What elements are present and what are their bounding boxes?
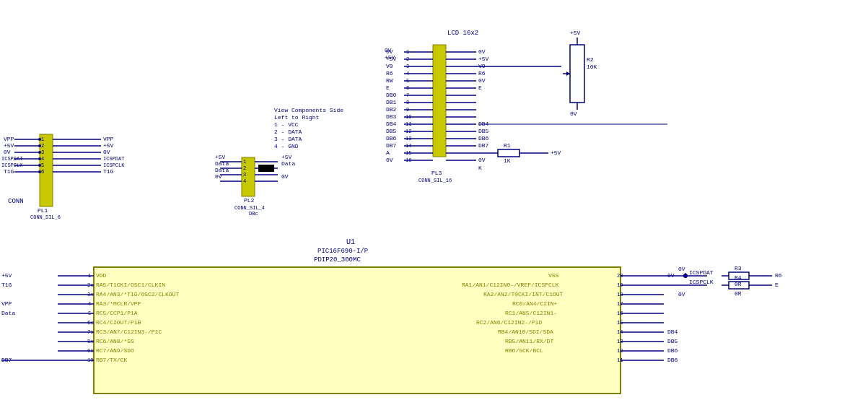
svg-text:6: 6 — [41, 169, 44, 175]
svg-text:+5V: +5V — [570, 30, 581, 36]
svg-text:PDIP20_300MC: PDIP20_300MC — [314, 256, 361, 264]
svg-text:CONN_SIL_6: CONN_SIL_6 — [30, 214, 61, 220]
svg-text:T1G: T1G — [4, 168, 14, 175]
svg-text:Data: Data — [281, 160, 295, 167]
svg-text:1K: 1K — [504, 157, 511, 164]
svg-text:15: 15 — [617, 320, 623, 326]
svg-text:DB5: DB5 — [667, 338, 678, 344]
svg-text:CONN_SIL_4: CONN_SIL_4 — [234, 205, 265, 211]
svg-text:3: 3 — [243, 172, 246, 178]
svg-text:E: E — [775, 282, 779, 288]
svg-text:0V: 0V — [570, 110, 577, 117]
svg-text:+5V: +5V — [281, 154, 292, 160]
svg-text:DB3: DB3 — [386, 113, 397, 120]
svg-text:10K: 10K — [587, 64, 597, 70]
svg-text:12: 12 — [405, 129, 411, 134]
svg-text:DB5: DB5 — [478, 128, 489, 134]
svg-text:ICSPDAT: ICSPDAT — [689, 269, 714, 276]
svg-text:7: 7 — [406, 92, 409, 98]
svg-text:R3: R3 — [735, 265, 742, 271]
svg-text:ICSPCLK: ICSPCLK — [103, 162, 125, 168]
svg-text:17: 17 — [617, 301, 623, 307]
svg-text:5: 5 — [88, 310, 91, 316]
svg-text:6: 6 — [406, 85, 409, 91]
svg-text:4: 4 — [41, 156, 44, 162]
svg-text:VDD: VDD — [96, 272, 107, 279]
svg-text:R6: R6 — [478, 70, 486, 77]
svg-text:DB5: DB5 — [386, 128, 397, 134]
svg-text:20: 20 — [617, 273, 623, 279]
svg-text:0R: 0R — [735, 290, 742, 297]
svg-text:RA1/AN1/C12IN0-/VREF/ICSPCLK: RA1/AN1/C12IN0-/VREF/ICSPCLK — [462, 282, 559, 288]
svg-text:K: K — [478, 165, 482, 171]
svg-text:RW: RW — [386, 77, 393, 84]
svg-text:18: 18 — [617, 292, 623, 297]
svg-text:Data: Data — [215, 167, 229, 173]
svg-text:2: 2 — [41, 143, 44, 149]
svg-text:7x: 7x — [87, 329, 93, 335]
svg-text:RA5/T1CKI/OSC1/CLKIN: RA5/T1CKI/OSC1/CLKIN — [96, 282, 165, 288]
svg-text:RC6/AN8/*SS: RC6/AN8/*SS — [96, 338, 134, 344]
svg-text:9x: 9x — [87, 348, 93, 354]
svg-text:A: A — [386, 149, 390, 156]
svg-text:9: 9 — [406, 107, 409, 113]
svg-text:1: 1 — [243, 159, 246, 165]
svg-text:+5V: +5V — [103, 142, 114, 149]
svg-text:DB6: DB6 — [386, 135, 397, 142]
svg-text:VPP: VPP — [4, 136, 14, 142]
svg-rect-145 — [498, 149, 520, 157]
svg-text:4: 4 — [406, 71, 409, 77]
svg-text:0V: 0V — [678, 291, 685, 297]
svg-text:V0: V0 — [386, 63, 393, 69]
svg-text:DB4: DB4 — [386, 121, 397, 127]
svg-text:RA3/*MCLR/VPP: RA3/*MCLR/VPP — [96, 300, 141, 307]
svg-text:+5V: +5V — [215, 154, 226, 160]
svg-text:16: 16 — [617, 310, 623, 316]
svg-text:RC4/C2OUT/P1B: RC4/C2OUT/P1B — [96, 319, 141, 326]
schematic-canvas: VPP +5V 0V ICSPDAT ICSPCLK T1G VPP +5V 0… — [0, 0, 868, 413]
svg-text:ICSPDAT: ICSPDAT — [1, 156, 22, 162]
svg-text:8x: 8x — [87, 339, 93, 344]
svg-text:DBc: DBc — [249, 211, 258, 217]
svg-text:VPP: VPP — [103, 136, 114, 142]
svg-text:12: 12 — [617, 348, 623, 354]
svg-text:RB5/AN11/RX/DT: RB5/AN11/RX/DT — [505, 338, 553, 344]
svg-text:14: 14 — [617, 329, 623, 335]
svg-text:0V: 0V — [281, 173, 289, 180]
svg-rect-157 — [570, 45, 584, 103]
svg-text:3: 3 — [41, 149, 44, 155]
svg-text:2: 2 — [406, 56, 409, 62]
svg-text:RC2/AN6/C12IN2-/P1D: RC2/AN6/C12IN2-/P1D — [476, 319, 542, 326]
svg-text:R6: R6 — [775, 272, 782, 279]
svg-text:0V: 0V — [478, 48, 486, 55]
svg-text:+5V: +5V — [551, 149, 561, 156]
svg-text:10: 10 — [405, 114, 411, 120]
svg-text:0V: 0V — [478, 157, 486, 163]
svg-text:RC0/AN4/C2IN+: RC0/AN4/C2IN+ — [512, 300, 558, 307]
svg-rect-70 — [433, 45, 446, 157]
svg-text:0V: 0V — [386, 157, 393, 163]
svg-text:+5V: +5V — [1, 272, 12, 279]
svg-text:0V: 0V — [678, 266, 685, 272]
svg-text:1: 1 — [41, 136, 44, 142]
svg-text:0V: 0V — [478, 77, 486, 84]
svg-text:View Components Side: View Components Side — [274, 107, 343, 113]
svg-text:PL3: PL3 — [431, 170, 442, 176]
svg-text:2 - DATA: 2 - DATA — [274, 129, 302, 135]
svg-text:14: 14 — [405, 143, 411, 149]
svg-text:DB7: DB7 — [386, 142, 397, 149]
svg-text:+5V: +5V — [385, 54, 395, 61]
svg-text:E: E — [478, 84, 482, 91]
svg-point-263 — [683, 274, 688, 278]
svg-text:DB1: DB1 — [386, 99, 397, 105]
svg-text:RB4/AN10/SDI/SDA: RB4/AN10/SDI/SDA — [498, 329, 553, 335]
svg-text:RA4/AN3/*T1G/OSC2/CLKOUT: RA4/AN3/*T1G/OSC2/CLKOUT — [96, 291, 179, 297]
svg-text:1 - VCC: 1 - VCC — [274, 121, 299, 128]
svg-text:R2: R2 — [587, 56, 594, 63]
svg-text:U1: U1 — [346, 238, 355, 246]
svg-text:T1G: T1G — [1, 282, 12, 288]
svg-text:3x: 3x — [87, 292, 93, 297]
svg-rect-54 — [258, 165, 274, 172]
svg-text:DB6: DB6 — [478, 135, 489, 142]
svg-text:4: 4 — [243, 178, 246, 184]
